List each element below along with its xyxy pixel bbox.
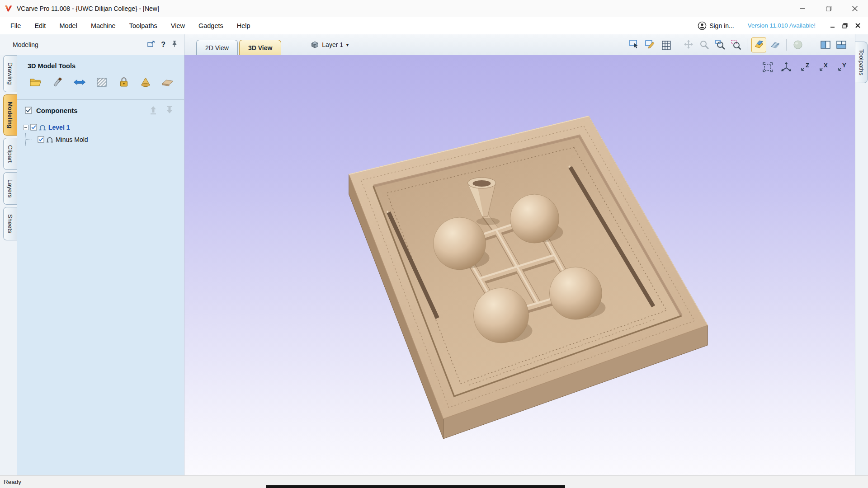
component-level-icon	[39, 124, 46, 131]
svg-text:Z: Z	[806, 62, 809, 69]
toolbar-separator	[747, 39, 747, 51]
select-mode-icon[interactable]	[627, 38, 641, 52]
modeling-panel-header: Modeling ?	[0, 34, 184, 56]
sculpt-tool-icon[interactable]	[50, 75, 66, 89]
tile-views-horizontal-icon[interactable]	[818, 38, 832, 52]
level-visibility-checkbox[interactable]	[30, 124, 37, 131]
component-icon	[46, 136, 53, 143]
sidebar-tab-layers[interactable]: Layers	[3, 172, 17, 205]
add-slab-icon[interactable]	[160, 75, 176, 89]
tree-label-level-1[interactable]: Level 1	[48, 124, 70, 131]
top-view-z-icon[interactable]: Z	[798, 61, 811, 74]
components-header: Components	[17, 99, 184, 120]
titlebar: VCarve Pro 11.008 - {UWC Dilijan College…	[0, 0, 868, 17]
tree-connector	[25, 133, 36, 145]
menu-help[interactable]: Help	[230, 22, 257, 29]
material-preview-icon[interactable]	[791, 38, 805, 52]
menu-view[interactable]: View	[164, 22, 192, 29]
model-tools-section: 3D Model Tools	[17, 55, 184, 95]
chevron-down-icon: ▾	[346, 42, 349, 47]
model-tools-title: 3D Model Tools	[28, 62, 176, 70]
layer-selector-label: Layer 1	[322, 41, 343, 48]
help-icon[interactable]: ?	[161, 41, 165, 49]
status-message: Ready	[4, 479, 21, 485]
sidebar-tab-sheets[interactable]: Sheets	[3, 207, 17, 240]
tab-2d-view[interactable]: 2D View	[196, 40, 238, 55]
move-up-icon[interactable]	[148, 105, 159, 116]
doc-minimize-button[interactable]	[827, 21, 837, 31]
tab-3d-view[interactable]: 3D View	[239, 40, 281, 55]
menubar: File Edit Model Machine Toolpaths View G…	[0, 17, 868, 35]
draw-mode-icon[interactable]	[643, 38, 657, 52]
tile-views-vertical-icon[interactable]	[834, 38, 848, 52]
minimize-button[interactable]	[789, 0, 816, 17]
components-tree: Level 1 Minus Mold	[17, 120, 184, 145]
move-down-icon[interactable]	[164, 105, 175, 116]
menu-model[interactable]: Model	[52, 22, 84, 29]
side-view-x-icon[interactable]: X	[817, 61, 830, 74]
mold-sphere-3	[549, 267, 602, 319]
restore-button[interactable]	[816, 0, 842, 17]
tree-row-minus-mold[interactable]: Minus Mold	[23, 133, 184, 145]
lock-component-icon[interactable]	[116, 75, 132, 89]
pan-view-icon[interactable]	[681, 38, 695, 52]
tree-label-minus-mold[interactable]: Minus Mold	[56, 136, 88, 143]
sidebar-tab-toolpaths[interactable]: Toolpaths	[855, 42, 868, 83]
menu-file[interactable]: File	[4, 22, 28, 29]
pin-panel-icon[interactable]	[171, 40, 178, 49]
toolbar-separator	[677, 39, 677, 51]
view-tabs: 2D View 3D View	[196, 40, 281, 55]
sidebar-tab-modeling[interactable]: Modeling	[3, 94, 17, 136]
sidebar-tab-clipart[interactable]: Clipart	[3, 138, 17, 170]
components-visibility-checkbox[interactable]	[25, 107, 32, 114]
svg-text:Y: Y	[842, 62, 846, 69]
front-view-y-icon[interactable]: Y	[835, 61, 848, 74]
main-toolbar	[626, 38, 849, 52]
sign-in-button[interactable]: Sign in...	[698, 21, 734, 30]
zoom-selection-icon[interactable]	[729, 38, 743, 52]
menubar-right: Sign in... Version 11.010 Available!	[698, 21, 868, 31]
menu-gadgets[interactable]: Gadgets	[192, 22, 230, 29]
view-header: 2D View 3D View Layer 1 ▾	[184, 34, 855, 56]
toolbar-separator	[786, 39, 787, 51]
3d-viewport[interactable]: Z X Y	[184, 55, 855, 476]
doc-restore-button[interactable]	[840, 21, 850, 31]
wireframe-view-toggle-icon[interactable]	[768, 38, 782, 52]
user-icon	[698, 21, 707, 30]
mold-3d-model	[184, 55, 855, 476]
menu-edit[interactable]: Edit	[28, 22, 52, 29]
component-visibility-checkbox[interactable]	[38, 136, 44, 143]
mold-sphere-1	[434, 217, 486, 270]
layer-cube-icon	[311, 41, 319, 48]
import-component-folder-icon[interactable]	[28, 75, 44, 89]
version-update-link[interactable]: Version 11.010 Available!	[748, 22, 816, 29]
snap-grid-icon[interactable]	[659, 38, 673, 52]
menu-toolpaths[interactable]: Toolpaths	[123, 22, 164, 29]
tearoff-panel-icon[interactable]	[147, 41, 155, 49]
collapse-expander-icon[interactable]	[23, 125, 28, 130]
sidebar-tab-drawing[interactable]: Drawing	[3, 55, 17, 92]
doc-close-button[interactable]	[853, 21, 863, 31]
window-controls	[789, 0, 868, 17]
zoom-extents-icon[interactable]	[761, 61, 774, 74]
menu-machine[interactable]: Machine	[84, 22, 123, 29]
transfer-arrows-icon[interactable]	[71, 75, 88, 89]
close-button[interactable]	[842, 0, 868, 17]
texture-area-icon[interactable]	[94, 75, 110, 89]
taskbar-hint	[266, 485, 565, 488]
isometric-view-icon[interactable]	[780, 61, 793, 74]
components-title: Components	[36, 107, 78, 114]
mold-sphere-4	[474, 288, 529, 343]
shape-cone-icon[interactable]	[138, 75, 154, 89]
zoom-box-icon[interactable]	[713, 38, 727, 52]
tree-row-level-1[interactable]: Level 1	[23, 121, 184, 133]
right-tab-strip: Toolpaths	[855, 34, 868, 476]
layer-selector[interactable]: Layer 1 ▾	[311, 41, 349, 48]
modeling-panel: 3D Model Tools	[17, 55, 184, 476]
zoom-icon[interactable]	[697, 38, 711, 52]
shaded-view-toggle-icon[interactable]	[751, 38, 766, 52]
sign-in-label: Sign in...	[709, 22, 734, 29]
vcarve-logo-icon	[5, 5, 13, 13]
svg-text:X: X	[824, 62, 828, 69]
left-tab-strip: Drawing Modeling Clipart Layers Sheets	[0, 55, 17, 476]
